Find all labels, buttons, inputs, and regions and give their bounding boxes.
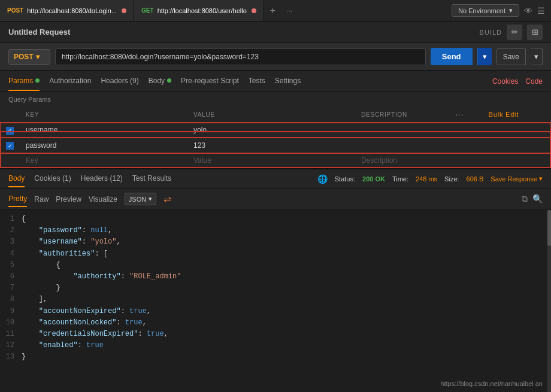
search-icon[interactable]: 🔍 xyxy=(532,194,543,204)
json-line-1: 1 { xyxy=(0,214,551,225)
resp-tab-body[interactable]: Body xyxy=(8,171,25,187)
json-viewer: 1 { 2 "password": null, 3 "username": "y… xyxy=(0,210,551,392)
param-dots-username[interactable] xyxy=(449,123,482,138)
tab-get-hello[interactable]: GET http://localhost:8080/user/hello xyxy=(134,0,264,21)
save-response-button[interactable]: Save Response ▾ xyxy=(491,175,543,183)
status-label: Status: xyxy=(335,175,355,183)
params-dot xyxy=(35,78,40,83)
json-line-5: 5 { xyxy=(0,260,551,271)
request-title: Untitled Request xyxy=(8,28,70,37)
bulk-edit-button[interactable]: Bulk Edit xyxy=(489,111,519,118)
tab-prerequest[interactable]: Pre-request Script xyxy=(181,72,239,91)
format-tab-preview[interactable]: Preview xyxy=(56,192,81,206)
build-area: BUILD ✏ ⊞ xyxy=(480,25,543,40)
row-checkbox-password[interactable] xyxy=(6,142,14,150)
resp-tab-headers-label: Headers (12) xyxy=(81,174,123,183)
top-tabs-bar: POST http://localhost:8080/doLogin... GE… xyxy=(0,0,551,22)
build-label: BUILD xyxy=(480,29,502,36)
tab-prerequest-label: Pre-request Script xyxy=(181,77,239,85)
resp-tab-headers[interactable]: Headers (12) xyxy=(81,171,123,187)
tab-tests-label: Tests xyxy=(249,77,265,85)
response-tabs: Body Cookies (1) Headers (12) Test Resul… xyxy=(0,168,551,189)
tab-authorization-label: Authorization xyxy=(49,77,91,85)
placeholder-key[interactable]: Key xyxy=(20,153,187,168)
format-bar: Pretty Raw Preview Visualize JSON ▾ ⇌ ⧉ … xyxy=(0,189,551,210)
format-beautify-icon[interactable]: ⇌ xyxy=(164,193,171,205)
param-value-password[interactable]: 123 xyxy=(187,138,355,153)
chevron-down-icon: ▾ xyxy=(36,53,40,61)
resp-tab-cookies[interactable]: Cookies (1) xyxy=(34,171,71,187)
param-desc-password[interactable] xyxy=(355,138,449,153)
tab-params[interactable]: Params xyxy=(8,72,40,91)
status-value: 200 OK xyxy=(362,175,385,183)
resp-tab-testresults[interactable]: Test Results xyxy=(132,171,171,187)
environment-selector[interactable]: No Environment ▾ xyxy=(452,4,519,17)
layout-icon-button[interactable]: ⊞ xyxy=(527,25,543,40)
scrollbar[interactable] xyxy=(547,210,551,392)
col-desc-header: DESCRIPTION xyxy=(355,107,449,123)
url-bar: POST ▾ Send ▾ Save ▾ xyxy=(0,43,551,71)
copy-icon[interactable]: ⧉ xyxy=(522,194,528,204)
tab-close-post[interactable] xyxy=(122,8,126,13)
send-dropdown-button[interactable]: ▾ xyxy=(477,48,492,65)
tab-method-post: POST xyxy=(7,7,23,14)
tab-overflow-menu[interactable]: ··· xyxy=(281,7,297,15)
json-line-13: 13 } xyxy=(0,351,551,363)
new-tab-button[interactable]: + xyxy=(264,5,281,16)
code-link[interactable]: Code xyxy=(525,77,543,86)
tab-close-get[interactable] xyxy=(252,8,256,13)
body-dot xyxy=(167,78,171,83)
tab-tests[interactable]: Tests xyxy=(249,72,265,91)
chevron-down-icon: ▾ xyxy=(509,7,513,14)
tab-post-login[interactable]: POST http://localhost:8080/doLogin... xyxy=(0,0,134,21)
params-table: KEY VALUE DESCRIPTION ··· Bulk Edit user… xyxy=(0,107,551,168)
format-tab-pretty[interactable]: Pretty xyxy=(8,192,27,207)
param-key-username[interactable]: username xyxy=(20,123,187,138)
format-json-label: JSON xyxy=(129,196,146,203)
row-checkbox-cell[interactable] xyxy=(0,123,20,138)
format-right-area: ⧉ 🔍 xyxy=(522,194,543,204)
format-json-selector[interactable]: JSON ▾ xyxy=(125,193,156,205)
col-bulk-header: Bulk Edit xyxy=(483,107,551,123)
placeholder-value[interactable]: Value xyxy=(187,153,355,168)
table-row: username yolo xyxy=(0,123,551,138)
tab-settings[interactable]: Settings xyxy=(275,72,301,91)
json-line-4: 4 "authorities": [ xyxy=(0,248,551,260)
cookies-link[interactable]: Cookies xyxy=(492,77,518,86)
placeholder-extra xyxy=(483,153,551,168)
resp-tab-body-label: Body xyxy=(8,174,25,183)
size-label: Size: xyxy=(444,175,459,183)
resp-tab-cookies-label: Cookies (1) xyxy=(34,174,71,183)
edit-icon-button[interactable]: ✏ xyxy=(507,25,522,40)
resp-tab-testresults-label: Test Results xyxy=(132,174,171,183)
params-table-container: KEY VALUE DESCRIPTION ··· Bulk Edit user… xyxy=(0,107,551,168)
save-button[interactable]: Save xyxy=(496,48,526,65)
save-dropdown-button[interactable]: ▾ xyxy=(531,48,543,65)
param-dots-password[interactable] xyxy=(449,138,482,153)
tab-method-get: GET xyxy=(141,7,154,14)
row-checkbox-cell[interactable] xyxy=(0,138,20,153)
send-button[interactable]: Send xyxy=(431,48,473,65)
table-header-row: KEY VALUE DESCRIPTION ··· Bulk Edit xyxy=(0,107,551,123)
tab-body[interactable]: Body xyxy=(149,72,171,91)
format-tab-raw[interactable]: Raw xyxy=(34,192,49,206)
param-desc-username[interactable] xyxy=(355,123,449,138)
placeholder-desc[interactable]: Description xyxy=(355,153,449,168)
param-extra-username xyxy=(483,123,551,138)
eye-icon[interactable]: 👁 xyxy=(524,6,532,16)
param-value-username[interactable]: yolo xyxy=(187,123,355,138)
scrollbar-thumb[interactable] xyxy=(547,210,551,246)
method-selector[interactable]: POST ▾ xyxy=(8,49,50,65)
param-extra-password xyxy=(483,138,551,153)
json-line-2: 2 "password": null, xyxy=(0,225,551,236)
nav-tabs-right: Cookies Code xyxy=(492,77,543,86)
tab-headers[interactable]: Headers (9) xyxy=(101,72,138,91)
url-input[interactable] xyxy=(55,48,426,65)
tab-authorization[interactable]: Authorization xyxy=(49,72,91,91)
row-checkbox-username[interactable] xyxy=(6,127,14,135)
col-menu-header: ··· xyxy=(449,107,482,123)
param-key-password[interactable]: password xyxy=(20,138,187,153)
table-dots-menu[interactable]: ··· xyxy=(455,110,464,119)
format-tab-visualize[interactable]: Visualize xyxy=(89,192,117,206)
menu-icon[interactable]: ☰ xyxy=(537,6,545,16)
